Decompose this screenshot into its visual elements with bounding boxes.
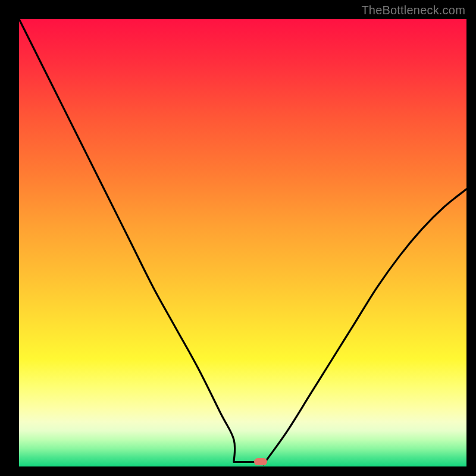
plot-area	[19, 19, 466, 466]
optimum-marker	[254, 458, 267, 465]
chart-frame: TheBottleneck.com	[0, 0, 476, 476]
bottleneck-curve	[19, 19, 466, 466]
watermark-text: TheBottleneck.com	[361, 4, 465, 17]
